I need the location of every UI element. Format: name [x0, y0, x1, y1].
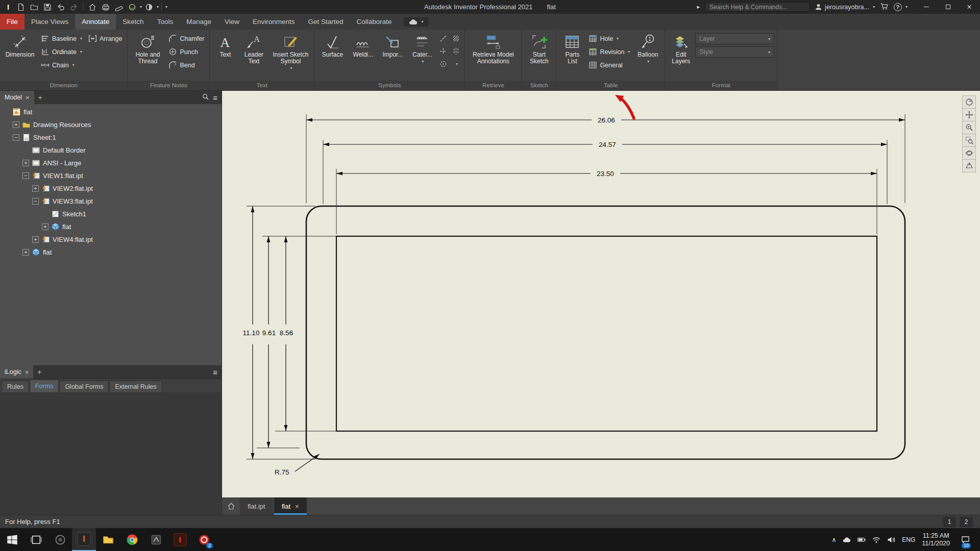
measure-button[interactable] — [112, 1, 125, 13]
minimize-button[interactable] — [916, 0, 937, 14]
ordinate-button[interactable]: Ordinate▾ — [38, 45, 85, 58]
welding-symbol-button[interactable]: Weldi... — [349, 31, 377, 81]
pan-icon[interactable] — [962, 108, 976, 121]
ilogic-tab-rules[interactable]: Rules — [2, 381, 29, 392]
group-label-feature-notes[interactable]: Feature Notes — [128, 81, 209, 90]
cloud-menu[interactable]: ▾ — [404, 17, 429, 27]
home-view-button[interactable] — [224, 497, 239, 515]
surface-texture-button[interactable]: Surface — [317, 31, 348, 81]
tree-item-sheet-1[interactable]: −Sheet:1 — [0, 131, 222, 144]
inventor-shortcut-button[interactable]: I — [168, 528, 192, 551]
orbit-icon[interactable] — [962, 146, 976, 160]
document-tab-flat[interactable]: flat× — [274, 497, 307, 515]
group-label-format[interactable]: Format — [665, 81, 777, 90]
signed-in-user[interactable]: jerousrayobra... ▾ — [815, 3, 875, 11]
tree-item-sketch1[interactable]: Sketch1 — [0, 208, 222, 220]
caterpillar-button[interactable]: Cater... ▾ — [408, 31, 436, 81]
ilogic-tab[interactable]: iLogic× — [0, 365, 33, 379]
retrieve-model-annotations-button[interactable]: Retrieve Model Annotations — [468, 31, 519, 81]
language-indicator[interactable]: ENG — [902, 536, 915, 543]
help-menu[interactable]: ?▾ — [894, 3, 908, 11]
expand-toggle-icon[interactable]: + — [22, 249, 29, 256]
chevron-down-icon[interactable]: ▾ — [140, 5, 142, 9]
import-symbol-button[interactable]: Impor... — [378, 31, 407, 81]
search-icon[interactable] — [202, 93, 209, 102]
dimension-width-2[interactable]: 24.57 — [323, 141, 887, 148]
new-file-button[interactable] — [14, 1, 27, 13]
tree-item-view1-flat-ipt[interactable]: −VIEW1:flat.ipt — [0, 169, 222, 182]
dimension-width-1[interactable]: 26.06 — [306, 116, 905, 124]
tree-item-flat[interactable]: flat — [0, 106, 222, 118]
group-label-sketch[interactable]: Sketch — [522, 81, 556, 90]
ilogic-tab-global-forms[interactable]: Global Forms — [59, 381, 109, 392]
balloon-button[interactable]: 1 Balloon ▾ — [633, 31, 662, 81]
close-tab-icon[interactable]: × — [295, 503, 299, 510]
tree-item-view2-flat-ipt[interactable]: +VIEW2:flat.ipt — [0, 182, 222, 195]
parts-list-button[interactable]: Parts List — [559, 31, 585, 81]
chamfer-button[interactable]: Chamfer — [166, 32, 207, 45]
inventor-taskbar-button[interactable]: I — [72, 528, 96, 551]
menu-tab-collaborate[interactable]: Collaborate — [350, 14, 399, 30]
home-button[interactable] — [86, 1, 99, 13]
navigation-wheel-icon[interactable] — [962, 95, 976, 109]
file-explorer-button[interactable] — [96, 528, 120, 551]
tree-item-view3-flat-ipt[interactable]: −VIEW3:flat.ipt — [0, 195, 222, 208]
store-cart-button[interactable] — [880, 3, 889, 12]
add-panel-button[interactable]: + — [33, 365, 45, 379]
dimension-button[interactable]: Dimension — [3, 31, 37, 81]
save-button[interactable] — [41, 1, 54, 13]
maximize-button[interactable] — [937, 0, 959, 14]
close-icon[interactable]: × — [26, 94, 30, 102]
customize-qat-icon[interactable]: ▾ — [165, 5, 167, 9]
menu-tab-get-started[interactable]: Get Started — [302, 14, 350, 30]
material-button[interactable] — [126, 1, 138, 13]
model-tab[interactable]: Model× — [0, 91, 34, 104]
menu-tab-environments[interactable]: Environments — [246, 14, 302, 30]
collapse-toggle-icon[interactable]: − — [22, 172, 29, 179]
text-button[interactable]: A Text — [212, 31, 238, 81]
centerline-button[interactable] — [437, 33, 449, 44]
baseline-button[interactable]: Baseline▾ — [38, 32, 85, 45]
app-button[interactable] — [144, 528, 168, 551]
look-at-icon[interactable] — [962, 159, 976, 172]
hole-and-thread-button[interactable]: Hole and Thread — [130, 31, 165, 81]
arrange-button[interactable]: Arrange — [86, 32, 125, 45]
expand-toggle-icon[interactable]: + — [42, 223, 48, 230]
group-label-dimension[interactable]: Dimension — [0, 81, 127, 90]
insert-sketch-symbol-button[interactable]: Insert Sketch Symbol ▾ — [270, 31, 311, 81]
redo-button[interactable] — [67, 1, 80, 13]
style-select[interactable]: Style▾ — [695, 46, 774, 58]
hidden-icons-chevron[interactable]: ∧ — [832, 536, 837, 543]
menu-tab-view[interactable]: View — [218, 14, 246, 30]
bend-button[interactable]: Bend — [166, 59, 207, 71]
chevron-down-icon[interactable]: ▾ — [157, 5, 159, 9]
drawing-canvas[interactable]: 26.06 24.57 23.50 — [222, 91, 980, 515]
group-label-symbols[interactable]: Symbols — [314, 81, 464, 90]
hatch-region-button[interactable] — [450, 33, 462, 44]
group-label-table[interactable]: Table — [557, 81, 665, 90]
close-button[interactable]: × — [959, 0, 980, 14]
battery-icon[interactable] — [857, 536, 866, 544]
dimension-width-3[interactable]: 23.50 — [336, 170, 877, 178]
dimension-height-3[interactable]: 8.56 — [280, 236, 293, 431]
collapse-toggle-icon[interactable]: − — [32, 198, 39, 205]
revision-table-button[interactable]: Revision▾ — [586, 45, 632, 58]
expand-toggle-icon[interactable]: + — [32, 185, 39, 192]
ilogic-tab-forms[interactable]: Forms — [30, 380, 59, 392]
dimension-radius[interactable]: R.75 — [275, 454, 320, 476]
chrome-button[interactable] — [120, 528, 144, 551]
help-search-input[interactable] — [705, 2, 810, 12]
start-sketch-button[interactable]: Start Sketch — [524, 31, 554, 81]
tree-item-drawing-resources[interactable]: +Drawing Resources — [0, 118, 222, 131]
expand-toggle-icon[interactable]: + — [32, 236, 39, 243]
open-button[interactable] — [28, 1, 40, 13]
start-button[interactable] — [0, 528, 24, 551]
dimension-height-2[interactable]: 9.61 — [262, 236, 276, 448]
volume-icon[interactable] — [887, 536, 895, 544]
chevron-right-icon[interactable]: ▸ — [697, 4, 700, 10]
expand-toggle-icon[interactable]: + — [22, 160, 29, 166]
close-icon[interactable]: × — [25, 368, 29, 376]
mail-button[interactable]: 2 — [192, 528, 216, 551]
clock[interactable]: 11:25 AM 11/1/2020 — [922, 532, 950, 547]
collapse-toggle-icon[interactable]: − — [13, 134, 19, 141]
